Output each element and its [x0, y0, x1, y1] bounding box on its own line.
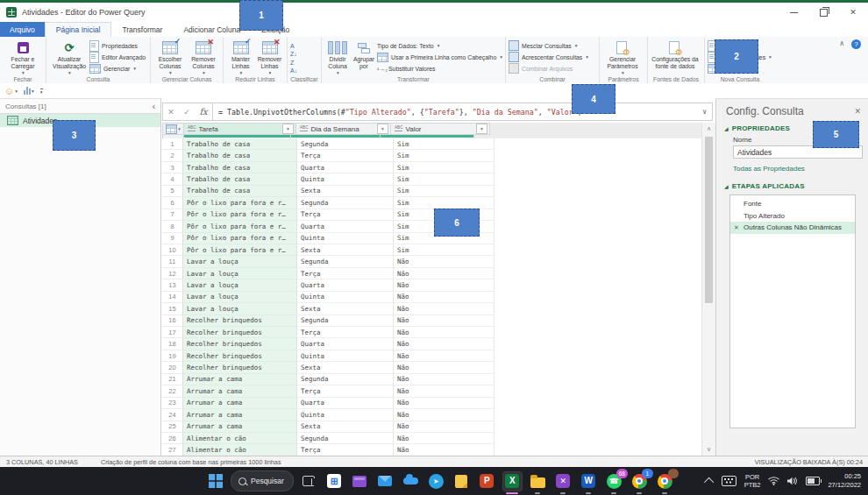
taskbar-icon-notes[interactable] [452, 471, 472, 491]
table-cell[interactable]: Lavar a louça [183, 303, 297, 315]
table-cell[interactable]: Sim [394, 150, 494, 161]
table-cell[interactable]: Sexta [297, 362, 394, 373]
table-cell[interactable]: Trabalho de casa [183, 186, 297, 197]
table-cell[interactable]: Alimentar o cão [183, 433, 297, 444]
table-cell[interactable]: Terça [297, 327, 394, 338]
table-row[interactable]: 8Pôr o lixo para fora e r…QuartaSim [162, 221, 701, 232]
table-cell[interactable]: Quarta [297, 338, 394, 350]
applied-step-item[interactable]: ✕Tipo Alterado [730, 210, 855, 223]
table-cell[interactable]: Não [394, 433, 494, 444]
applied-step-item[interactable]: ✕Outras Colunas Não Dinâmicas [730, 222, 855, 234]
table-cell[interactable]: Recolher brinquedos [183, 315, 297, 327]
table-row[interactable]: 27Alimentar o cãoTerçaNão [162, 444, 701, 456]
replace-values-button[interactable]: ¹→₂Substituir Valores [377, 63, 502, 74]
table-cell[interactable]: Terça [297, 268, 394, 279]
table-cell[interactable]: Trabalho de casa [183, 173, 297, 185]
table-cell[interactable]: Arrumar a cama [183, 398, 297, 409]
first-row-header-button[interactable]: Usar a Primeira Linha como Cabeçalho▾ [377, 52, 502, 62]
table-cell[interactable]: Não [394, 268, 494, 279]
table-cell[interactable]: Quinta [297, 233, 394, 244]
table-cell[interactable]: Segunda [297, 138, 394, 150]
volume-icon[interactable] [787, 477, 798, 485]
tab-transformar[interactable]: Transformar [111, 22, 173, 37]
table-cell[interactable]: Quinta [297, 350, 394, 362]
taskbar-icon-telegram[interactable]: ➤ [426, 471, 446, 491]
table-cell[interactable]: Segunda [297, 197, 394, 209]
column-header-dia-da-semana[interactable]: ABC Dia da Semana ▾ [296, 123, 391, 135]
taskbar-icon-start[interactable] [205, 471, 225, 491]
close-and-load-button[interactable]: Fechar e Carregar▾ [3, 39, 43, 77]
restore-button[interactable] [808, 3, 838, 22]
table-cell[interactable]: Trabalho de casa [183, 138, 297, 150]
keep-rows-button[interactable]: Manter Linhas▾ [226, 39, 255, 77]
taskbar-icon-explorer[interactable] [528, 471, 548, 491]
table-cell[interactable]: Lavar a louça [183, 292, 297, 303]
scroll-up-icon[interactable]: ∧ [702, 123, 715, 135]
table-cell[interactable]: Segunda [297, 374, 394, 385]
table-cell[interactable]: Não [394, 374, 494, 385]
all-properties-link[interactable]: Todas as Propriedades [716, 159, 868, 174]
table-row[interactable]: 20Recolher brinquedosSextaNão [162, 362, 701, 373]
table-cell[interactable]: Recolher brinquedos [183, 362, 297, 373]
delete-step-icon[interactable]: ✕ [734, 224, 743, 231]
table-cell[interactable]: Quarta [297, 398, 394, 409]
data-source-settings-button[interactable]: Configurações da fonte de dados [651, 39, 700, 77]
table-cell[interactable]: Pôr o lixo para fora e r… [183, 221, 297, 232]
table-cell[interactable]: Pôr o lixo para fora e r… [183, 209, 297, 221]
table-cell[interactable]: Segunda [297, 315, 394, 327]
table-row[interactable]: 1Trabalho de casaSegundaSim [162, 138, 701, 150]
data-type-button[interactable]: Tipo de Dados: Texto▾ [377, 40, 502, 51]
battery-icon[interactable] [806, 477, 820, 485]
append-queries-button[interactable]: Acrescentar Consultas▾ [509, 52, 588, 62]
table-cell[interactable]: Não [394, 398, 494, 409]
table-cell[interactable]: Não [394, 421, 494, 433]
customize-qat-button[interactable]: ▾ [40, 88, 43, 94]
manage-parameters-button[interactable]: Gerenciar Parâmetros▾ [602, 39, 643, 77]
table-cell[interactable]: Quarta [297, 162, 394, 173]
choose-columns-button[interactable]: Escolher Colunas▾ [153, 39, 187, 77]
table-cell[interactable]: Arrumar a cama [183, 385, 297, 397]
table-cell[interactable]: Quarta [297, 279, 394, 291]
table-row[interactable]: 3Trabalho de casaQuartaSim [162, 162, 701, 173]
merge-queries-button[interactable]: Mesclar Consultas▾ [509, 40, 588, 51]
table-row[interactable]: 16Recolher brinquedosSegundaNão [162, 315, 701, 327]
table-cell[interactable]: Não [394, 327, 494, 338]
taskbar-icon-movies[interactable] [350, 471, 370, 491]
filter-dropdown-icon[interactable]: ▾ [476, 124, 487, 134]
vertical-scrollbar[interactable]: ∧ ∨ [701, 123, 715, 456]
table-row[interactable]: 13Lavar a louçaQuartaNão [162, 279, 701, 291]
applied-step-item[interactable]: ✕Fonte [730, 198, 855, 210]
help-icon[interactable]: ? [851, 39, 861, 49]
table-cell[interactable]: Recolher brinquedos [183, 338, 297, 350]
table-row[interactable]: 2Trabalho de casaTerçaSim [162, 150, 701, 161]
table-cell[interactable]: Sim [394, 186, 494, 197]
table-cell[interactable]: Sim [394, 244, 494, 256]
table-cell[interactable]: Terça [297, 385, 394, 397]
group-by-button[interactable]: Agrupar por [351, 39, 377, 77]
table-cell[interactable]: Não [394, 315, 494, 327]
table-row[interactable]: 12Lavar a louçaTerçaNão [162, 268, 701, 279]
table-row[interactable]: 19Recolher brinquedosQuintaNão [162, 350, 701, 362]
column-profile-button[interactable]: ▾ [24, 87, 34, 95]
tab-arquivo[interactable]: Arquivo [0, 22, 45, 37]
touch-keyboard-icon[interactable] [722, 476, 736, 486]
table-cell[interactable]: Lavar a louça [183, 268, 297, 279]
minimize-button[interactable] [779, 3, 808, 22]
column-header-tarefa[interactable]: ABC Tarefa ▾ [184, 123, 296, 135]
taskbar-search[interactable]: Pesquisar [231, 470, 294, 491]
table-row[interactable]: 15Lavar a louçaSextaNão [162, 303, 701, 315]
table-row[interactable]: 17Recolher brinquedosTerçaNão [162, 327, 701, 338]
accept-formula-icon[interactable]: ✓ [183, 108, 190, 117]
refresh-preview-button[interactable]: ⟳ Atualizar Visualização▾ [49, 39, 89, 77]
scrollbar-thumb[interactable] [705, 137, 713, 303]
split-column-button[interactable]: Dividir Coluna▾ [324, 39, 351, 77]
table-cell[interactable]: Arrumar a cama [183, 409, 297, 421]
table-cell[interactable]: Segunda [297, 256, 394, 267]
table-cell[interactable]: Lavar a louça [183, 279, 297, 291]
table-cell[interactable]: Não [394, 362, 494, 373]
manage-button[interactable]: Gerenciar▾ [89, 63, 146, 74]
table-cell[interactable]: Recolher brinquedos [183, 350, 297, 362]
formula-input[interactable]: = Table.UnpivotOtherColumns(#"Tipo Alter… [213, 103, 713, 121]
advanced-editor-button[interactable]: Editor Avançado [89, 52, 146, 62]
collapse-ribbon-icon[interactable]: ∧ [839, 39, 844, 47]
